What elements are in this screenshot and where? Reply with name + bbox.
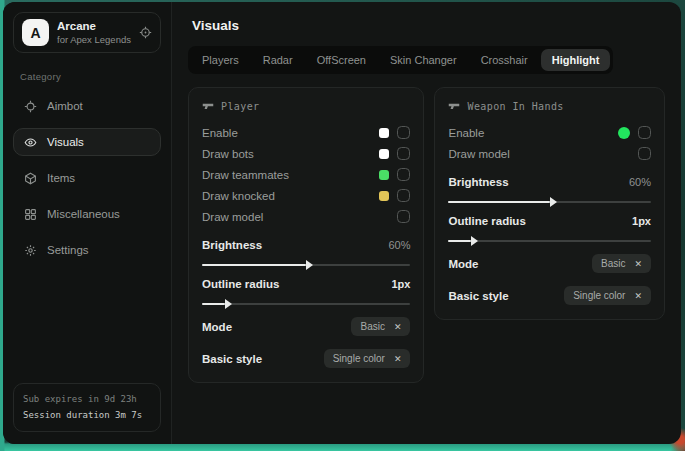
color-swatch[interactable] <box>379 170 389 180</box>
tab-players[interactable]: Players <box>191 49 250 71</box>
account-card: A Arcane for Apex Legends <box>13 12 161 53</box>
toggle-row-draw-model: Draw model <box>202 206 410 227</box>
sub-expiry-text: Sub expires in 9d 23h <box>23 392 151 407</box>
mode-tag[interactable]: Basic ✕ <box>592 254 651 273</box>
outline-radius-slider-row: Outline radius 1px <box>448 210 651 242</box>
draw-bots-checkbox[interactable] <box>397 147 410 160</box>
sidebar-item-visuals[interactable]: Visuals <box>13 128 161 156</box>
slider-thumb[interactable] <box>306 260 313 270</box>
slider-thumb[interactable] <box>550 197 557 207</box>
weapon-in-hands-panel: Weapon In Hands Enable Draw model <box>434 87 665 320</box>
toggle-label: Draw teammates <box>202 169 289 181</box>
toggle-row-draw-teammates: Draw teammates <box>202 164 410 185</box>
slider-label: Outline radius <box>448 215 525 227</box>
toggle-row-draw-model: Draw model <box>448 143 651 164</box>
tab-crosshair[interactable]: Crosshair <box>470 49 539 71</box>
sidebar-item-items[interactable]: Items <box>13 164 161 192</box>
main-area: Visuals Players Radar OffScreen Skin Cha… <box>172 2 681 444</box>
basic-style-row: Basic style Single color ✕ <box>202 348 410 369</box>
grid-icon <box>24 208 37 221</box>
sidebar: A Arcane for Apex Legends Category Aimbo… <box>3 2 172 444</box>
slider-thumb[interactable] <box>225 299 232 309</box>
brightness-slider-row: Brightness 60% <box>202 234 410 266</box>
mode-tag[interactable]: Basic ✕ <box>351 317 410 336</box>
toggle-label: Draw model <box>448 148 509 160</box>
panel-title: Weapon In Hands <box>467 101 563 112</box>
tag-row-label: Mode <box>202 321 232 333</box>
close-icon[interactable]: ✕ <box>634 291 642 301</box>
color-swatch[interactable] <box>379 149 389 159</box>
eye-icon <box>24 136 37 149</box>
tag-row-label: Basic style <box>202 353 262 365</box>
draw-teammates-checkbox[interactable] <box>397 168 410 181</box>
enable-checkbox[interactable] <box>638 126 651 139</box>
color-swatch[interactable] <box>379 191 389 201</box>
arcane-window: A Arcane for Apex Legends Category Aimbo… <box>3 2 681 444</box>
brightness-slider[interactable] <box>202 264 410 266</box>
toggle-row-enable: Enable <box>448 122 651 143</box>
session-duration-text: Session duration 3m 7s <box>23 408 151 423</box>
tab-radar[interactable]: Radar <box>252 49 304 71</box>
sidebar-item-miscellaneous[interactable]: Miscellaneous <box>13 200 161 228</box>
outline-radius-slider[interactable] <box>448 240 651 242</box>
slider-value: 60% <box>388 239 410 251</box>
arcane-logo: A <box>22 19 49 46</box>
crosshair-icon <box>24 100 37 113</box>
brightness-slider-row: Brightness 60% <box>448 171 651 203</box>
mode-row: Mode Basic ✕ <box>448 253 651 274</box>
brightness-slider[interactable] <box>448 201 651 203</box>
outline-radius-slider[interactable] <box>202 303 410 305</box>
draw-knocked-checkbox[interactable] <box>397 189 410 202</box>
toggle-label: Draw bots <box>202 148 254 160</box>
sidebar-item-label: Aimbot <box>47 100 83 112</box>
gun-icon <box>202 100 214 112</box>
basic-style-tag[interactable]: Single color ✕ <box>324 349 411 368</box>
subscription-info: Sub expires in 9d 23h Session duration 3… <box>13 383 161 432</box>
sidebar-item-aimbot[interactable]: Aimbot <box>13 92 161 120</box>
close-icon[interactable]: ✕ <box>394 322 402 332</box>
gun-icon <box>448 100 460 112</box>
slider-thumb[interactable] <box>471 236 478 246</box>
toggle-label: Enable <box>202 127 238 139</box>
gear-icon <box>24 244 37 257</box>
close-icon[interactable]: ✕ <box>394 354 402 364</box>
tag-row-label: Mode <box>448 258 478 270</box>
enable-checkbox[interactable] <box>397 126 410 139</box>
tab-highlight[interactable]: Highlight <box>541 49 611 71</box>
tag-value: Single color <box>333 353 385 364</box>
sidebar-item-label: Settings <box>47 244 89 256</box>
slider-label: Outline radius <box>202 278 279 290</box>
visuals-tabbar: Players Radar OffScreen Skin Changer Cro… <box>188 46 613 74</box>
tag-value: Single color <box>573 290 625 301</box>
slider-label: Brightness <box>448 176 508 188</box>
tab-skin-changer[interactable]: Skin Changer <box>379 49 468 71</box>
sidebar-item-label: Visuals <box>47 136 84 148</box>
draw-model-checkbox[interactable] <box>397 210 410 223</box>
app-title: Arcane <box>57 19 131 33</box>
outline-radius-slider-row: Outline radius 1px <box>202 273 410 305</box>
draw-model-checkbox[interactable] <box>638 147 651 160</box>
account-text: Arcane for Apex Legends <box>57 19 131 45</box>
toggle-label: Draw model <box>202 211 263 223</box>
sidebar-item-label: Items <box>47 172 75 184</box>
tab-offscreen[interactable]: OffScreen <box>306 49 377 71</box>
panel-title: Player <box>221 101 260 112</box>
slider-value: 60% <box>629 176 651 188</box>
color-swatch[interactable] <box>618 127 630 139</box>
color-swatch[interactable] <box>379 128 389 138</box>
player-panel-header: Player <box>202 100 410 112</box>
basic-style-tag[interactable]: Single color ✕ <box>564 286 651 305</box>
sidebar-item-settings[interactable]: Settings <box>13 236 161 264</box>
mode-row: Mode Basic ✕ <box>202 316 410 337</box>
toggle-row-draw-bots: Draw bots <box>202 143 410 164</box>
page-title: Visuals <box>192 18 665 33</box>
target-icon[interactable] <box>139 26 152 39</box>
close-icon[interactable]: ✕ <box>634 259 642 269</box>
highlight-content: Player Enable Draw bots <box>188 87 665 383</box>
basic-style-row: Basic style Single color ✕ <box>448 285 651 306</box>
sidebar-item-label: Miscellaneous <box>47 208 120 220</box>
player-panel: Player Enable Draw bots <box>188 87 424 383</box>
weapon-panel-header: Weapon In Hands <box>448 100 651 112</box>
toggle-row-enable: Enable <box>202 122 410 143</box>
tag-value: Basic <box>601 258 625 269</box>
